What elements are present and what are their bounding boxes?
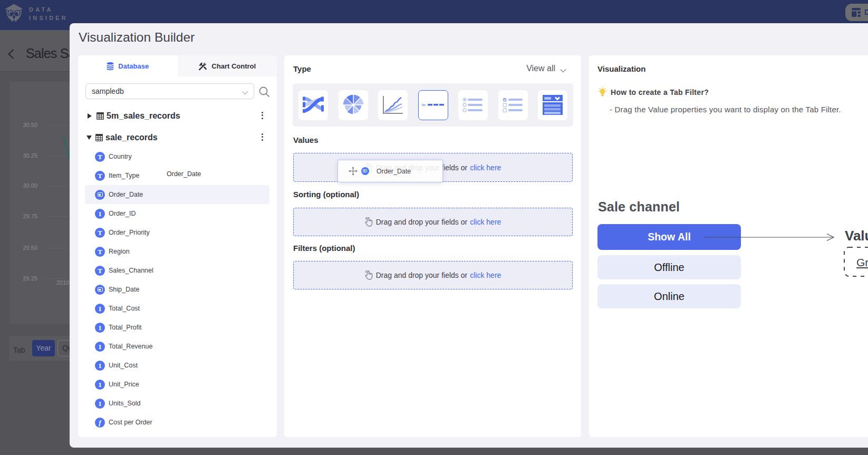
svg-text:Tab: Tab [421,103,426,107]
